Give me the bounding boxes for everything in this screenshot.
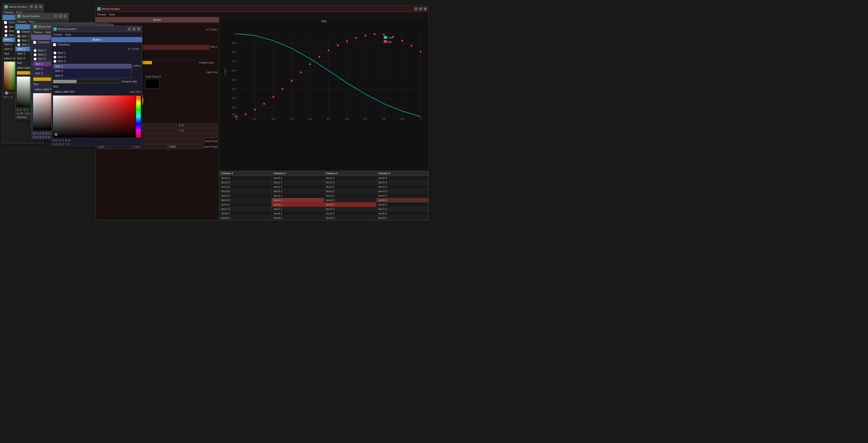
menu-themes-4[interactable]: Themes: [33, 31, 42, 34]
minimize-btn-2[interactable]: ─: [54, 14, 57, 18]
title-bar-2: Marvel Sandbox ─ □ ✕: [16, 13, 69, 19]
button-widget-5[interactable]: Button: [52, 37, 142, 42]
table-cell[interactable]: Item1-2: [324, 180, 376, 185]
table-row[interactable]: Item9-0Item9-1Item9-2Item9-3: [219, 216, 429, 220]
table-cell[interactable]: Item9-2: [324, 216, 376, 220]
checkbox-input-4[interactable]: [33, 41, 36, 44]
maximize-btn-2[interactable]: □: [59, 14, 62, 18]
table-cell[interactable]: Item7-1: [272, 207, 324, 211]
main-minimize-btn[interactable]: ─: [414, 7, 417, 10]
color-gradient-5[interactable]: [53, 95, 141, 138]
table-cell[interactable]: Item5-1: [272, 198, 324, 203]
radio-input-2-2[interactable]: [17, 43, 20, 46]
radio-input-2-0[interactable]: [17, 35, 20, 38]
table-cell[interactable]: Item2-2: [324, 185, 376, 189]
table-cell[interactable]: Item7-2: [324, 207, 376, 211]
close-btn-5[interactable]: ✕: [137, 27, 140, 31]
table-cell[interactable]: Item6-3: [376, 203, 429, 207]
table-cell[interactable]: Item4-3: [376, 194, 429, 198]
menu-themes-2[interactable]: Themes: [17, 20, 26, 23]
close-btn-1[interactable]: ✕: [39, 5, 42, 8]
minimize-btn-1[interactable]: ─: [30, 5, 33, 8]
table-cell[interactable]: Item9-0: [219, 216, 272, 220]
table-cell[interactable]: Item1-0: [219, 180, 272, 185]
table-cell[interactable]: Item3-3: [376, 189, 429, 194]
table-cell[interactable]: Item9-3: [376, 216, 429, 220]
table-cell[interactable]: Item4-1: [272, 194, 324, 198]
table-cell[interactable]: Item4-0: [219, 194, 272, 198]
table-cell[interactable]: Item8-0: [219, 211, 272, 216]
checkbox-input-5[interactable]: [53, 43, 56, 46]
menu-themes-5[interactable]: Themes: [53, 33, 62, 36]
main-s-input[interactable]: [142, 129, 151, 132]
radio-input-5-2[interactable]: [54, 60, 57, 63]
main-button[interactable]: Button: [95, 17, 219, 23]
table-cell[interactable]: Item1-1: [272, 180, 324, 185]
table-row[interactable]: Item0-0Item0-1Item0-2Item0-3: [219, 176, 429, 180]
listbox-item-5-0[interactable]: Item 1: [53, 64, 131, 69]
table-row[interactable]: Item5-0Item5-1Item5-2Item5-3: [219, 198, 429, 203]
radio-input-4-2[interactable]: [34, 57, 37, 60]
table-cell[interactable]: Item6-2: [324, 203, 376, 207]
table-cell[interactable]: Item6-0: [219, 203, 272, 207]
table-cell[interactable]: Item5-0: [219, 198, 272, 203]
table-cell[interactable]: Item8-1: [272, 211, 324, 216]
radio-input-1-1[interactable]: [4, 30, 7, 33]
table-cell[interactable]: Item3-0: [219, 189, 272, 194]
table-cell[interactable]: Item2-3: [376, 185, 429, 189]
radio-input-4-1[interactable]: [34, 53, 37, 56]
main-table-container[interactable]: Column 1 Column 2 Column 3 Column 4 Item…: [219, 171, 429, 220]
table-row[interactable]: Item3-0Item3-1Item3-2Item3-3: [219, 189, 429, 194]
table-cell[interactable]: Item1-3: [376, 180, 429, 185]
table-cell[interactable]: Item0-3: [376, 176, 429, 180]
radio-input-4-0[interactable]: [34, 49, 37, 52]
table-cell[interactable]: Item9-1: [272, 216, 324, 220]
maximize-btn-5[interactable]: □: [132, 27, 135, 31]
table-row[interactable]: Item8-0Item8-1Item8-2Item8-3: [219, 211, 429, 216]
checkbox-input-1[interactable]: [4, 21, 7, 24]
maximize-btn-1[interactable]: □: [34, 5, 38, 8]
table-cell[interactable]: Item5-3: [376, 198, 429, 203]
table-cell[interactable]: Item2-0: [219, 185, 272, 189]
table-cell[interactable]: Item3-1: [272, 189, 324, 194]
table-cell[interactable]: Item7-3: [376, 207, 429, 211]
main-menu-themes[interactable]: Themes: [97, 13, 106, 16]
table-cell[interactable]: Item8-3: [376, 211, 429, 216]
listbox-item-5-1[interactable]: Item 2: [53, 69, 131, 73]
table-row[interactable]: Item2-0Item2-1Item2-2Item2-3: [219, 185, 429, 189]
table-row[interactable]: Item6-0Item6-1Item6-2Item6-3: [219, 203, 429, 207]
table-cell[interactable]: Item5-2: [324, 198, 376, 203]
table-row[interactable]: Item4-0Item4-1Item4-2Item4-3: [219, 194, 429, 198]
main-g-input[interactable]: [142, 124, 151, 127]
table-cell[interactable]: Item6-1: [272, 203, 324, 207]
table-row[interactable]: Item7-0Item7-1Item7-2Item7-3: [219, 207, 429, 211]
main-b-input[interactable]: [182, 124, 191, 127]
table-cell[interactable]: Item8-2: [324, 211, 376, 216]
radio-input-1-2[interactable]: [4, 34, 7, 37]
menu-tools-4[interactable]: Tools: [45, 31, 51, 34]
table-cell[interactable]: Item3-2: [324, 189, 376, 194]
menu-themes-1[interactable]: Themes: [4, 11, 13, 14]
radio-label-5-1: Item 2: [58, 55, 66, 59]
slider-thumb-1[interactable]: [5, 91, 8, 95]
main-close-btn[interactable]: ✕: [424, 7, 427, 10]
main-maximize-btn[interactable]: □: [419, 7, 422, 10]
menu-tools-5[interactable]: Tools: [65, 33, 71, 36]
table-row[interactable]: Item1-0Item1-1Item1-2Item1-3: [219, 180, 429, 185]
minimize-btn-5[interactable]: ─: [128, 27, 131, 31]
main-v-input[interactable]: [182, 129, 191, 132]
table-cell[interactable]: Item7-0: [219, 207, 272, 211]
listbox-item-5-2[interactable]: item 3: [53, 73, 131, 78]
checkbox-input-2[interactable]: [17, 30, 20, 33]
table-cell[interactable]: Item0-2: [324, 176, 376, 180]
radio-input-5-0[interactable]: [54, 51, 57, 54]
radio-input-2-1[interactable]: [17, 39, 20, 42]
main-menu-tools[interactable]: Tools: [109, 13, 115, 16]
close-btn-2[interactable]: ✕: [63, 14, 67, 18]
table-cell[interactable]: Item2-1: [272, 185, 324, 189]
radio-input-1-0[interactable]: [4, 26, 7, 29]
radio-input-5-1[interactable]: [54, 56, 57, 59]
table-cell[interactable]: Item0-0: [219, 176, 272, 180]
table-cell[interactable]: Item0-1: [272, 176, 324, 180]
table-cell[interactable]: Item4-2: [324, 194, 376, 198]
